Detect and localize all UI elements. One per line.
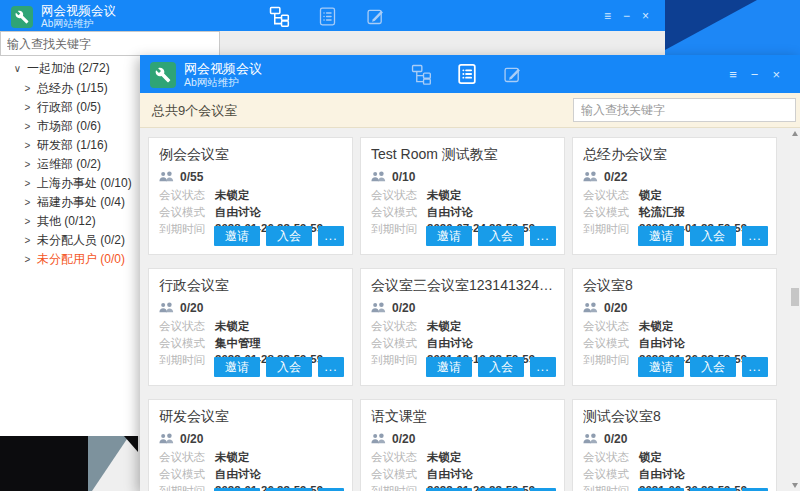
more-button[interactable]: ... [530,357,556,377]
mode-label: 会议模式 [583,336,639,351]
card-actions: 邀请 入会 ... [638,226,768,246]
join-button[interactable]: 入会 [266,226,312,246]
close-icon[interactable]: × [772,67,780,82]
wrench-app-icon [150,62,176,88]
capacity-value: 0/10 [392,170,415,184]
chevron-right-icon: > [23,83,32,94]
expiry-label: 到期时间 [371,353,427,368]
tree-children: > 总经办 (1/15) > 行政部 (0/5) > 市场部 (0/6) > 研… [0,79,140,269]
tree-item[interactable]: > 总经办 (1/15) [0,79,140,98]
capacity-value: 0/20 [604,432,627,446]
more-button[interactable]: ... [742,357,768,377]
room-title: 例会会议室 [159,146,342,164]
scroll-up-icon[interactable] [792,131,798,136]
room-title: 研发会议室 [159,408,342,426]
fw-toolbar [410,63,523,85]
join-button[interactable]: 入会 [266,357,312,377]
invite-button[interactable]: 邀请 [426,226,472,246]
invite-button[interactable]: 邀请 [214,226,260,246]
card-actions: 邀请 入会 ... [214,226,344,246]
more-button[interactable]: ... [530,226,556,246]
tree-item[interactable]: > 市场部 (0/6) [0,117,140,136]
tree-item[interactable]: > 研发部 (1/16) [0,136,140,155]
status-label: 会议状态 [159,188,215,203]
tree-item[interactable]: > 运维部 (0/2) [0,155,140,174]
tree-item[interactable]: > 上海办事处 (0/10) [0,174,140,193]
org-chart-icon[interactable] [268,5,290,27]
minimize-icon[interactable]: − [751,67,759,82]
chevron-right-icon: > [23,140,32,151]
status-row: 会议状态 未锁定 [159,319,342,334]
room-list-icon[interactable] [317,6,338,27]
scrollbar[interactable] [790,128,800,491]
tree-item[interactable]: > 未分配用户 (0/0) [0,250,140,269]
room-card: Test Room 测试教室 0/10 会议状态 未锁定 会议模式 自由讨论 到… [360,137,565,255]
compose-icon[interactable] [502,64,523,85]
chevron-right-icon: > [23,102,32,113]
tree-item-label: 行政部 (0/5) [37,99,101,116]
expiry-label: 到期时间 [159,222,215,237]
attendees-icon [159,302,174,314]
room-title: 测试会议室8 [583,408,766,426]
invite-button[interactable]: 邀请 [638,357,684,377]
room-title: 总经办会议室 [583,146,766,164]
room-list-icon[interactable] [456,63,478,85]
more-button[interactable]: ... [742,226,768,246]
mode-label: 会议模式 [159,336,215,351]
tree-item[interactable]: > 行政部 (0/5) [0,98,140,117]
wallpaper-top-right [665,0,800,55]
bw-app-identity: 网会视频会议 Ab网站维护 [11,4,116,29]
tree-item[interactable]: > 福建办事处 (0/4) [0,193,140,212]
tree-item-label: 上海办事处 (0/10) [37,175,132,192]
status-row: 会议状态 未锁定 [371,188,554,203]
tree-item-label: 其他 (0/12) [37,213,96,230]
status-row: 会议状态 未锁定 [159,188,342,203]
card-actions: 邀请 入会 ... [426,226,556,246]
menu-icon[interactable]: ≡ [604,9,611,23]
tree-search-input[interactable] [0,31,220,56]
room-title: 会议室三会议室123141324141三会... [371,277,554,295]
card-actions: 邀请 入会 ... [214,357,344,377]
mode-value: 轮流汇报 [639,205,685,220]
room-card: 测试会议室8 0/20 会议状态 锁定 会议模式 自由讨论 到期时间 2021-… [572,399,777,491]
mode-value: 集中管理 [215,336,261,351]
bw-toolbar [268,5,386,27]
attendees-icon [371,302,386,314]
compose-icon[interactable] [365,6,386,27]
invite-button[interactable]: 邀请 [214,357,260,377]
org-chart-icon[interactable] [410,63,432,85]
tree-item[interactable]: > 其他 (0/12) [0,212,140,231]
scroll-down-icon[interactable] [792,483,798,488]
join-button[interactable]: 入会 [690,226,736,246]
status-value: 未锁定 [427,450,462,465]
status-value: 未锁定 [639,319,674,334]
invite-button[interactable]: 邀请 [426,357,472,377]
expiry-label: 到期时间 [583,222,639,237]
room-count-summary: 总共9个会议室 [152,102,237,120]
wallpaper-black-area [0,436,88,491]
wrench-app-icon [11,6,33,28]
join-button[interactable]: 入会 [478,357,524,377]
tree-item[interactable]: > 未分配人员 (0/2) [0,231,140,250]
status-row: 会议状态 未锁定 [371,319,554,334]
more-button[interactable]: ... [318,226,344,246]
join-button[interactable]: 入会 [690,357,736,377]
tree-root-item[interactable]: ∨ 一起加油 (2/72) [0,59,140,78]
menu-icon[interactable]: ≡ [729,67,737,82]
join-button[interactable]: 入会 [478,226,524,246]
bw-search-row [0,31,665,56]
fw-app-title: 网会视频会议 [184,61,262,76]
close-icon[interactable]: × [642,9,649,23]
capacity-row: 0/20 [371,301,554,315]
attendees-icon [583,433,598,445]
room-card: 行政会议室 0/20 会议状态 未锁定 会议模式 集中管理 到期时间 2023-… [148,268,353,386]
scrollbar-thumb[interactable] [791,288,799,306]
mode-value: 自由讨论 [639,336,685,351]
capacity-row: 0/55 [159,170,342,184]
minimize-icon[interactable]: − [623,9,630,23]
room-card: 会议室三会议室123141324141三会... 0/20 会议状态 未锁定 会… [360,268,565,386]
more-button[interactable]: ... [318,357,344,377]
invite-button[interactable]: 邀请 [638,226,684,246]
chevron-right-icon: > [23,254,32,265]
room-search-input[interactable] [573,98,796,122]
